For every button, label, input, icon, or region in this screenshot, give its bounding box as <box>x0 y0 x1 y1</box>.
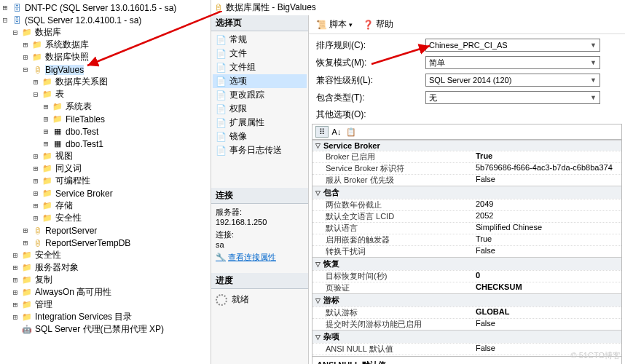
cat-misc[interactable]: ▽杂项 <box>312 330 621 343</box>
snapshots-node[interactable]: ⊞📁数据库快照 <box>1 51 209 63</box>
options-form: 排序规则(C): Chinese_PRC_CI_AS▼ 恢复模式(M): 简单▼… <box>309 34 625 124</box>
prop-default-language[interactable]: 默认语言Simplified Chinese <box>312 222 621 234</box>
cat-recovery[interactable]: ▽恢复 <box>312 257 621 270</box>
storage-node[interactable]: ⊞📁存储 <box>1 199 209 212</box>
props-button[interactable]: 📋 <box>345 126 358 138</box>
reportservertemp-db-node[interactable]: ⊞🛢ReportServerTempDB <box>1 237 209 249</box>
table-dbo-test1[interactable]: ⊞▦dbo.Test1 <box>1 138 209 150</box>
alphabetical-button[interactable]: A↓ <box>330 126 343 138</box>
chevron-down-icon: ▼ <box>590 76 597 84</box>
system-tables-node[interactable]: ⊞📁系统表 <box>1 100 209 113</box>
properties-icon: 🔧 <box>216 253 226 262</box>
categorized-button[interactable]: ⠿ <box>315 126 329 138</box>
object-explorer[interactable]: ⊞🗄DNT-PC (SQL Server 13.0.1601.5 - sa) ⊟… <box>0 0 211 364</box>
view-connection-props-link[interactable]: 🔧查看连接属性 <box>216 252 276 263</box>
replication-node[interactable]: ⊞📁复制 <box>1 274 209 286</box>
service-broker-node[interactable]: ⊞📁Service Broker <box>1 187 209 199</box>
options-detail-pane: 📜脚本▾ ❓帮助 排序规则(C): Chinese_PRC_CI_AS▼ 恢复模… <box>309 15 625 364</box>
script-icon: 📜 <box>316 20 327 30</box>
prop-default-cursor[interactable]: 默认游标GLOBAL <box>312 306 621 318</box>
progress-header: 进度 <box>211 273 308 289</box>
server-node-2[interactable]: ⊟🗄 (SQL Server 12.0.4100.1 - sa) <box>1 14 209 26</box>
connection-label: 连接: <box>216 229 304 240</box>
dialog-title-bar: 🛢 数据库属性 - BigValues <box>211 0 625 15</box>
prop-broker-id[interactable]: Service Broker 标识符5b769686-f666-4ac3-b7d… <box>312 162 621 174</box>
cat-cursor[interactable]: ▽游标 <box>312 293 621 306</box>
prop-broker-enabled[interactable]: Broker 已启用True <box>312 151 621 162</box>
compat-label: 兼容性级别(L): <box>316 74 418 87</box>
chevron-down-icon: ▼ <box>590 94 597 101</box>
prop-page-verify[interactable]: 页验证CHECKSUM <box>312 282 621 293</box>
server-objects-node[interactable]: ⊞📁服务器对象 <box>1 261 209 274</box>
recovery-select[interactable]: 简单▼ <box>425 56 600 69</box>
progress-spinner-icon <box>216 294 227 306</box>
other-options-label: 其他选项(O): <box>316 108 618 121</box>
prop-commit-cursor[interactable]: 提交时关闭游标功能已启用False <box>312 318 621 330</box>
help-button[interactable]: ❓帮助 <box>360 17 396 31</box>
detail-toolbar: 📜脚本▾ ❓帮助 <box>309 15 625 34</box>
page-extprops[interactable]: 📄扩展属性 <box>213 116 307 130</box>
db-diagrams-node[interactable]: ⊞📁数据库关系图 <box>1 76 209 88</box>
reportserver-db-node[interactable]: ⊞🛢ReportServer <box>1 224 209 237</box>
synonyms-node[interactable]: ⊞📁同义词 <box>1 162 209 175</box>
prop-noise-words[interactable]: 转换干扰词False <box>312 245 621 257</box>
database-properties-dialog: 🛢 数据库属性 - BigValues 选择页 📄常规 📄文件 📄文件组 📄选项… <box>211 0 625 364</box>
prop-nested-triggers[interactable]: 启用嵌套的触发器True <box>312 234 621 245</box>
table-dbo-test[interactable]: ⊞▦dbo.Test <box>1 125 209 138</box>
collation-label: 排序规则(C): <box>316 39 418 52</box>
integration-node[interactable]: ⊞📁Integration Services 目录 <box>1 311 209 323</box>
connection-value: sa <box>216 240 304 249</box>
database-icon: 🛢 <box>214 3 223 13</box>
page-filegroups[interactable]: 📄文件组 <box>213 60 307 74</box>
system-databases-node[interactable]: ⊞📁系统数据库 <box>1 39 209 51</box>
page-mirroring[interactable]: 📄镜像 <box>213 130 307 143</box>
dialog-title: 数据库属性 - BigValues <box>226 1 316 14</box>
programmability-node[interactable]: ⊞📁可编程性 <box>1 175 209 187</box>
select-page-header: 选择页 <box>211 15 308 31</box>
prop-target-recovery[interactable]: 目标恢复时间(秒)0 <box>312 270 621 282</box>
sql-agent-node[interactable]: 🤖SQL Server 代理(已禁用代理 XP) <box>1 323 209 336</box>
bigvalues-db-node[interactable]: ⊟🛢BigValues <box>1 63 209 76</box>
help-icon: ❓ <box>363 20 374 30</box>
views-node[interactable]: ⊞📁视图 <box>1 150 209 162</box>
cat-service-broker[interactable]: ▽Service Broker <box>312 140 621 151</box>
collation-select[interactable]: Chinese_PRC_CI_AS▼ <box>425 39 600 52</box>
alwayson-node[interactable]: ⊞📁AlwaysOn 高可用性 <box>1 286 209 298</box>
security-node[interactable]: ⊞📁安全性 <box>1 249 209 261</box>
connection-header: 连接 <box>211 188 308 204</box>
property-grid-toolbar: ⠿ A↓ 📋 <box>312 124 622 139</box>
chevron-down-icon: ▼ <box>590 41 597 49</box>
recovery-label: 恢复模式(M): <box>316 57 418 69</box>
page-selector-pane: 选择页 📄常规 📄文件 📄文件组 📄选项 📄更改跟踪 📄权限 📄扩展属性 📄镜像… <box>211 15 309 364</box>
page-options[interactable]: 📄选项 <box>213 74 307 88</box>
filetables-node[interactable]: ⊞📁FileTables <box>1 113 209 125</box>
property-grid[interactable]: ▽Service Broker Broker 已启用True Service B… <box>312 139 622 357</box>
server-label: 服务器: <box>216 207 304 218</box>
page-files[interactable]: 📄文件 <box>213 47 307 60</box>
page-general[interactable]: 📄常规 <box>213 33 307 47</box>
watermark: © 51CTO博客 <box>571 350 621 361</box>
tables-node[interactable]: ⊟📁表 <box>1 88 209 100</box>
cat-containment[interactable]: ▽包含 <box>312 186 621 199</box>
compat-select[interactable]: SQL Server 2014 (120)▼ <box>425 74 600 87</box>
prop-default-lcid[interactable]: 默认全文语言 LCID2052 <box>312 210 621 222</box>
management-node[interactable]: ⊞📁管理 <box>1 298 209 311</box>
databases-node[interactable]: ⊟📁数据库 <box>1 26 209 39</box>
server-value: 192.168.1.250 <box>216 218 304 226</box>
script-button[interactable]: 📜脚本▾ <box>313 17 355 31</box>
prop-broker-priority[interactable]: 服从 Broker 优先级False <box>312 174 621 186</box>
server-node-1[interactable]: ⊞🗄DNT-PC (SQL Server 13.0.1601.5 - sa) <box>1 1 209 14</box>
progress-status: 就绪 <box>232 293 249 306</box>
prop-two-digit-year[interactable]: 两位数年份截止2049 <box>312 199 621 210</box>
page-logshipping[interactable]: 📄事务日志传送 <box>213 143 307 157</box>
chevron-down-icon: ▼ <box>590 59 597 66</box>
object-explorer-tree: ⊞🗄DNT-PC (SQL Server 13.0.1601.5 - sa) ⊟… <box>1 1 209 336</box>
page-changetracking[interactable]: 📄更改跟踪 <box>213 88 307 102</box>
page-permissions[interactable]: 📄权限 <box>213 102 307 116</box>
security-inner-node[interactable]: ⊞📁安全性 <box>1 212 209 224</box>
containment-label: 包含类型(T): <box>316 92 418 104</box>
containment-select[interactable]: 无▼ <box>425 91 600 104</box>
